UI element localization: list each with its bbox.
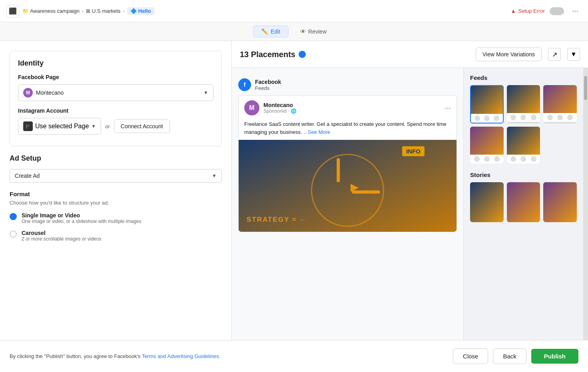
setup-error-indicator: ▲ Setup Error	[511, 8, 545, 14]
svg-rect-2	[337, 158, 340, 182]
feed-thumb-5-controls	[507, 155, 540, 163]
breadcrumb-item-awareness[interactable]: 📁 Awareness campaign	[22, 8, 80, 14]
feed-thumb-2-image	[507, 85, 540, 113]
thumb-control-3	[494, 115, 499, 121]
instagram-chevron-icon: ▼	[91, 123, 96, 129]
identity-title: Identity	[18, 59, 213, 68]
ad-more-button[interactable]: ···	[445, 104, 451, 112]
thumb-control-6	[531, 115, 536, 120]
page-icon: 🔷	[130, 8, 137, 14]
facebook-logo: f	[238, 78, 251, 91]
montecano-avatar: M	[23, 88, 33, 97]
connect-account-button[interactable]: Connect Account	[114, 119, 170, 133]
instagram-row: 🏴 Use selected Page ▼ or Connect Account	[18, 118, 213, 135]
format-single-image-option[interactable]: Single Image or Video One image or video…	[10, 212, 222, 224]
create-ad-inner: Create Ad	[15, 173, 212, 179]
expand-button[interactable]: ↗	[548, 48, 561, 61]
ad-advertiser-avatar: M	[244, 100, 259, 115]
story-thumb-3[interactable]	[543, 182, 577, 222]
feed-thumb-2[interactable]	[507, 85, 540, 123]
ad-card: M Montecano Sponsored · 🌐 ··· Freelance …	[238, 95, 457, 232]
topbar-right: ▲ Setup Error ···	[511, 5, 582, 18]
story-thumb-2-image	[507, 182, 540, 222]
breadcrumb-item-markets[interactable]: ⊞ U.S markets	[86, 8, 120, 14]
create-ad-select[interactable]: Create Ad ▼	[10, 169, 222, 183]
story-thumb-1[interactable]	[470, 182, 504, 222]
see-more-link[interactable]: ...See More	[303, 129, 330, 135]
topbar: ⬛ 📁 Awareness campaign › ⊞ U.S markets ›…	[0, 0, 588, 22]
bottom-bar: By clicking the "Publish" button, you ag…	[0, 340, 588, 372]
thumb-control-1	[474, 115, 480, 121]
breadcrumb-item-hello[interactable]: 🔷 Hello	[127, 7, 154, 15]
facebook-page-label: Facebook Page	[18, 74, 213, 80]
feed-thumb-1-image	[471, 86, 503, 114]
facebook-page-inner: M Montecano	[23, 88, 203, 97]
story-thumb-3-image	[543, 182, 577, 222]
strategy-text: STRATEGY = ←	[247, 216, 307, 224]
feed-thumb-5[interactable]	[507, 127, 540, 163]
review-icon: 👁	[300, 28, 306, 35]
ad-advertiser-name: Montecano	[263, 102, 297, 108]
carousel-label: Carousel	[22, 230, 101, 236]
thumb-control-7	[547, 115, 553, 120]
ad-image: INFO STRATEGY = ←	[239, 140, 456, 232]
carousel-radio[interactable]	[10, 231, 17, 238]
back-button[interactable]: Back	[493, 348, 526, 364]
single-image-label: Single Image or Video	[22, 212, 141, 219]
story-thumb-1-image	[470, 182, 504, 222]
tabbar: ✏️ Edit 👁 Review	[0, 22, 588, 41]
feed-thumb-3-image	[543, 85, 577, 113]
single-image-sub: One image or video, or a slideshow with …	[22, 219, 141, 224]
format-label: Format	[10, 191, 222, 197]
thumb-control-8	[557, 115, 563, 120]
terms-link[interactable]: Terms and Advertising Guidelines	[142, 353, 219, 359]
single-image-radio[interactable]	[10, 213, 17, 220]
view-more-variations-button[interactable]: View More Variations	[476, 48, 542, 61]
feed-thumb-3[interactable]	[543, 85, 577, 123]
folder-icon: 📁	[22, 8, 29, 14]
right-panel: 13 Placements View More Variations ↗ ▼ f…	[232, 41, 588, 340]
format-carousel-option[interactable]: Carousel 2 or more scrollable images or …	[10, 230, 222, 242]
close-button[interactable]: Close	[453, 348, 488, 364]
publish-button[interactable]: Publish	[531, 349, 578, 364]
instagram-icon: 🏴	[23, 121, 33, 131]
dropdown-button[interactable]: ▼	[567, 48, 580, 61]
error-icon: ▲	[511, 8, 516, 14]
topbar-left: ⬛ 📁 Awareness campaign › ⊞ U.S markets ›…	[6, 5, 511, 18]
ad-setup-title: Ad Setup	[10, 154, 222, 163]
scrollbar-thumb[interactable]	[584, 76, 587, 100]
facebook-page-select[interactable]: M Montecano ▼	[18, 84, 213, 101]
ad-preview: f Facebook Feeds M Montecano Sponsored ·…	[232, 68, 463, 340]
ad-setup-section: Ad Setup Create Ad ▼ Format Choose how y…	[10, 154, 222, 242]
thumb-control-11	[484, 156, 490, 162]
preview-header: 13 Placements View More Variations ↗ ▼	[232, 41, 588, 68]
breadcrumb-sep-2: ›	[123, 8, 124, 14]
expand-icon: ↗	[552, 51, 557, 58]
feeds-section-label: Feeds	[470, 74, 577, 81]
facebook-label: Facebook	[255, 79, 281, 85]
setup-error-toggle[interactable]	[550, 7, 564, 15]
tab-edit[interactable]: ✏️ Edit	[253, 26, 289, 38]
feed-thumb-1[interactable]	[470, 85, 504, 123]
right-scrollbar[interactable]	[583, 68, 588, 340]
sidebar-toggle-button[interactable]: ⬛	[6, 5, 19, 18]
thumb-control-14	[520, 156, 526, 162]
feed-thumb-4-controls	[470, 155, 504, 163]
thumb-control-9	[567, 115, 573, 120]
tab-review[interactable]: 👁 Review	[292, 26, 335, 38]
ad-body-text: Freelance SaaS content writer. Get a spe…	[239, 120, 456, 140]
breadcrumb-sep-1: ›	[82, 8, 84, 14]
grid-icon: ⊞	[86, 8, 90, 14]
story-thumb-2[interactable]	[507, 182, 540, 222]
main-content: Identity Facebook Page M Montecano ▼ Ins…	[0, 41, 588, 340]
instagram-use-selected-button[interactable]: 🏴 Use selected Page ▼	[18, 118, 101, 135]
more-options-button[interactable]: ···	[569, 5, 582, 18]
thumb-control-10	[474, 156, 480, 162]
sidebar-icon: ⬛	[9, 7, 17, 15]
ad-sponsored-label: Sponsored · 🌐	[263, 108, 297, 114]
preview-area: f Facebook Feeds M Montecano Sponsored ·…	[232, 68, 588, 340]
feeds-thumbnails-grid	[470, 85, 577, 163]
stories-thumbnails-grid	[470, 182, 577, 222]
dropdown-icon: ▼	[570, 51, 577, 58]
feed-thumb-4[interactable]	[470, 127, 504, 163]
